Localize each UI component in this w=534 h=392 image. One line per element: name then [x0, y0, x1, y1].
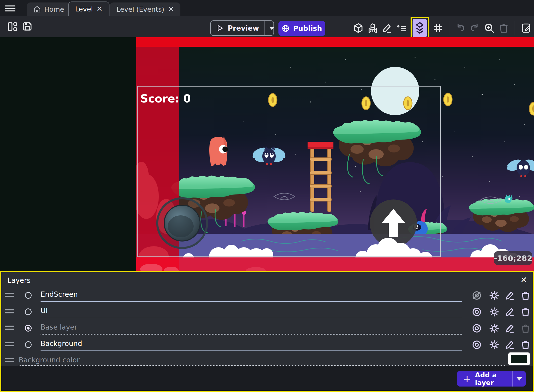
preview-label: Preview [228, 24, 259, 32]
background-color-swatch[interactable] [508, 352, 530, 365]
add-layer-button[interactable]: + Add a layer [457, 371, 526, 387]
scene-canvas[interactable]: Score: 0 -160;282 [136, 37, 534, 271]
background-color-underline [19, 365, 506, 366]
lighting-icon[interactable] [489, 340, 499, 350]
add-layer-label: Add a layer [475, 371, 506, 387]
tab-level-events-close-icon[interactable]: ✕ [168, 5, 174, 13]
tab-level-close-icon[interactable]: ✕ [96, 5, 103, 13]
layer-select-radio-selected[interactable] [25, 325, 32, 332]
lighting-icon[interactable] [489, 323, 499, 334]
layer-select-radio[interactable] [25, 341, 32, 348]
player-character-object[interactable] [209, 137, 228, 166]
background-color-value [511, 355, 527, 363]
tab-level[interactable]: Level ✕ [68, 1, 109, 16]
layer-row-base: Base layer [1, 320, 533, 337]
layer-select-radio[interactable] [25, 308, 32, 315]
layer-name-field[interactable]: EndScreen [41, 288, 462, 302]
undo-icon[interactable] [455, 23, 466, 34]
layer-name-field[interactable]: Background [41, 337, 462, 351]
background-color-label: Background color [19, 356, 80, 364]
preview-dropdown-button[interactable] [265, 21, 278, 35]
delete-icon[interactable] [498, 23, 509, 34]
layers-icon [414, 21, 425, 35]
toggle-panels-icon[interactable] [7, 21, 18, 32]
save-icon[interactable] [22, 21, 33, 32]
drag-handle-icon[interactable] [5, 326, 14, 331]
visibility-on-icon[interactable] [472, 323, 482, 334]
tab-home[interactable]: Home [27, 2, 71, 16]
tab-level-events-label: Level (Events) [116, 5, 164, 13]
visibility-on-icon[interactable] [472, 340, 482, 350]
scene-editor-workspace: Score: 0 -160;282 [0, 37, 534, 271]
red-band-top-object[interactable] [136, 37, 534, 47]
score-text-object[interactable]: Score: 0 [140, 92, 191, 105]
plus-icon: + [463, 374, 471, 384]
grid-icon[interactable] [432, 23, 443, 34]
edit-pencil-icon[interactable] [382, 23, 393, 34]
edit-layer-icon[interactable] [505, 290, 515, 301]
layer-name-field[interactable]: UI [41, 304, 462, 318]
layers-panel-close-icon[interactable]: ✕ [519, 275, 528, 284]
delete-layer-icon-disabled [520, 323, 531, 334]
tab-level-label: Level [75, 5, 93, 13]
red-band-bottom-object[interactable] [136, 257, 534, 271]
menu-hamburger-icon[interactable] [5, 5, 15, 11]
drag-handle-icon [5, 358, 14, 362]
visibility-off-icon[interactable] [472, 290, 482, 301]
layers-panel-footer [1, 366, 533, 391]
drag-handle-icon[interactable] [5, 309, 14, 314]
lighting-icon[interactable] [489, 290, 499, 301]
drag-handle-icon[interactable] [5, 293, 14, 298]
layer-row-background: Background [1, 337, 533, 353]
layer-row-endscreen: EndScreen [1, 287, 533, 304]
tab-level-events[interactable]: Level (Events) ✕ [110, 2, 180, 16]
delete-layer-icon[interactable] [520, 340, 531, 350]
objects-icon[interactable] [367, 23, 378, 34]
layer-row-ui: UI [1, 304, 533, 320]
instances-list-icon[interactable] [396, 23, 407, 34]
publish-button[interactable]: Publish [278, 21, 325, 36]
globe-icon [282, 24, 290, 32]
moon-object[interactable] [371, 67, 419, 115]
layers-panel-button-highlight [411, 17, 429, 40]
layer-select-radio[interactable] [25, 292, 32, 299]
delete-layer-icon[interactable] [520, 307, 531, 317]
layers-panel: Layers ✕ EndScreen UI Base layer Backgro… [0, 271, 534, 392]
lighting-icon[interactable] [489, 307, 499, 317]
3d-box-icon[interactable] [353, 23, 364, 34]
add-layer-dropdown-button[interactable] [512, 371, 526, 387]
drag-handle-icon[interactable] [5, 342, 14, 347]
cursor-coordinates-text: -160;282 [494, 254, 533, 263]
edit-layer-icon[interactable] [505, 323, 515, 334]
preview-button[interactable]: Preview [210, 20, 274, 36]
cursor-coordinates-badge: -160;282 [494, 251, 533, 265]
layer-name-field[interactable]: Base layer [41, 321, 462, 335]
home-icon [33, 5, 41, 13]
publish-label: Publish [293, 24, 322, 33]
zoom-in-icon[interactable] [484, 23, 495, 34]
tab-home-label: Home [44, 5, 64, 13]
play-icon [216, 24, 224, 32]
layers-panel-title: Layers [7, 276, 31, 285]
edit-layer-icon[interactable] [505, 307, 515, 317]
joystick-object[interactable] [157, 198, 207, 248]
delete-layer-icon[interactable] [520, 290, 531, 301]
layers-panel-button[interactable] [413, 19, 427, 38]
tab-bar: Home Level ✕ Level (Events) ✕ [0, 0, 534, 16]
visibility-on-icon[interactable] [472, 307, 482, 317]
editor-toolbar: Preview Publish [0, 16, 534, 37]
redo-icon[interactable] [469, 23, 480, 34]
properties-editor-icon[interactable] [521, 23, 532, 34]
edit-layer-icon[interactable] [505, 340, 515, 350]
